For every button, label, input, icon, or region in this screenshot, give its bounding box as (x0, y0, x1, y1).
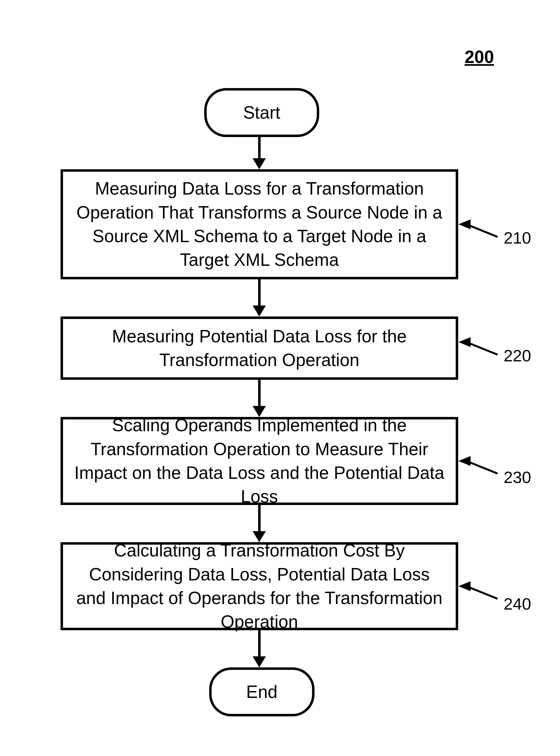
arrow (258, 279, 261, 307)
callout-stem (469, 586, 498, 600)
callout-tick-icon (458, 219, 471, 229)
callout-stem (469, 224, 498, 238)
callout-stem (469, 461, 498, 475)
arrow-head-icon (253, 305, 266, 317)
process-step-230: Scaling Operands Implemented in the Tran… (61, 417, 458, 505)
process-step-210-text: Measuring Data Loss for a Transformation… (74, 177, 445, 272)
arrow-head-icon (253, 656, 266, 668)
process-step-220-text: Measuring Potential Data Loss for the Tr… (74, 324, 445, 372)
terminator-end: End (209, 668, 315, 716)
arrow (258, 135, 261, 159)
process-step-240: Calculating a Transformation Cost By Con… (61, 542, 458, 630)
callout-label-230: 230 (504, 468, 531, 487)
terminator-end-label: End (246, 682, 278, 702)
process-step-240-text: Calculating a Transformation Cost By Con… (74, 539, 445, 634)
process-step-210: Measuring Data Loss for a Transformation… (61, 169, 458, 279)
callout-tick-icon (458, 456, 471, 466)
process-step-230-text: Scaling Operands Implemented in the Tran… (74, 413, 445, 509)
terminator-start-label: Start (243, 102, 280, 123)
arrow-head-icon (253, 158, 266, 169)
flowchart-canvas: 200 Start Measuring Data Loss for a Tran… (0, 0, 560, 756)
process-step-220: Measuring Potential Data Loss for the Tr… (61, 317, 458, 380)
callout-label-220: 220 (504, 346, 531, 365)
callout-tick-icon (458, 337, 471, 347)
callout-tick-icon (458, 581, 471, 591)
callout-label-240: 240 (504, 594, 531, 613)
arrow (258, 380, 261, 407)
arrow (258, 505, 261, 533)
callout-label-210: 210 (504, 228, 531, 247)
arrow (258, 630, 261, 658)
callout-stem (469, 342, 498, 356)
terminator-start: Start (204, 88, 319, 137)
figure-number: 200 (464, 47, 494, 67)
